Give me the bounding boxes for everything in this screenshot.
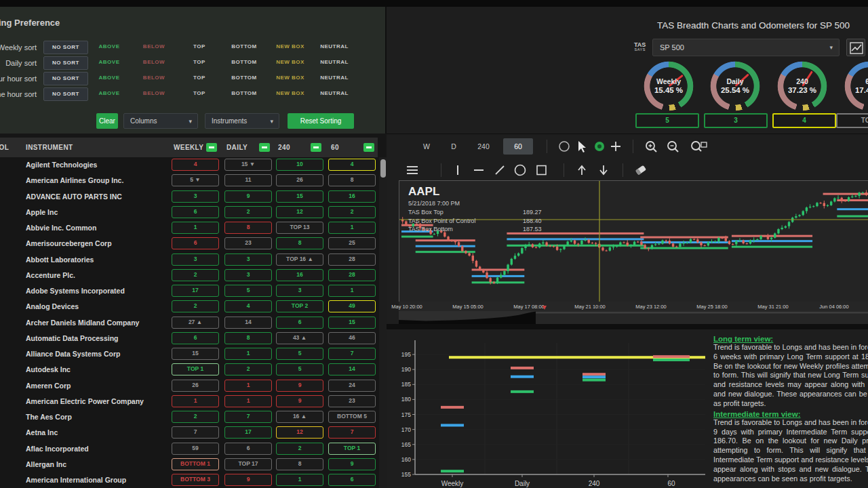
sort-option-below[interactable]: BELOW: [143, 90, 165, 96]
timeframe-button-d[interactable]: D: [445, 138, 462, 155]
rank-cell[interactable]: 26: [172, 380, 219, 392]
rank-cell[interactable]: TOP 17: [224, 458, 272, 470]
rank-cell[interactable]: 1: [328, 222, 376, 234]
sort-toggle-icon[interactable]: [363, 143, 374, 152]
rank-cell[interactable]: 9: [276, 380, 323, 392]
breadth-counter[interactable]: TOP: [836, 113, 868, 128]
sort-option-below[interactable]: BELOW: [143, 75, 165, 81]
rank-cell[interactable]: 26: [276, 174, 323, 186]
rank-cell[interactable]: 25: [328, 237, 376, 249]
columns-dropdown[interactable]: Columns ▾: [123, 113, 198, 129]
timeframe-header-weekly[interactable]: WEEKLY: [174, 144, 203, 151]
rank-cell[interactable]: 10: [276, 159, 323, 171]
rank-cell[interactable]: 9: [224, 190, 272, 203]
sort-option-top[interactable]: TOP: [193, 90, 205, 96]
reset-sorting-button[interactable]: Reset Sorting: [288, 113, 354, 129]
rank-cell[interactable]: TOP 2: [276, 300, 323, 312]
rank-cell[interactable]: 7: [328, 348, 376, 360]
rank-cell[interactable]: 3: [172, 253, 219, 266]
symbol-column-header[interactable]: SYMBOL: [0, 144, 9, 151]
rank-cell[interactable]: 3: [172, 190, 219, 203]
breadth-counter[interactable]: 5: [635, 113, 699, 128]
sort-option-bottom[interactable]: BOTTOM: [231, 90, 257, 96]
breadth-counter[interactable]: 4: [772, 113, 836, 128]
menu-icon[interactable]: [404, 162, 420, 178]
trendline-icon[interactable]: [492, 162, 508, 178]
sort-toggle-icon[interactable]: [259, 143, 270, 152]
rank-cell[interactable]: 1: [328, 285, 376, 297]
clear-button[interactable]: Clear: [96, 113, 118, 129]
rank-cell[interactable]: 6: [172, 332, 219, 344]
rank-cell[interactable]: 23: [224, 237, 272, 249]
sort-option-below[interactable]: BELOW: [143, 43, 165, 49]
sort-toggle-icon[interactable]: [206, 143, 217, 152]
record-dot-icon[interactable]: [591, 138, 608, 155]
rank-cell[interactable]: 6: [172, 237, 219, 249]
timeframe-button-w[interactable]: W: [416, 138, 437, 155]
rank-cell[interactable]: 2: [328, 206, 376, 218]
arrow-down-icon[interactable]: [595, 162, 612, 178]
rank-cell[interactable]: 9: [276, 395, 323, 407]
rank-cell[interactable]: 15 ▼: [224, 159, 272, 171]
rank-cell[interactable]: 11: [224, 174, 272, 186]
rank-cell[interactable]: 4: [328, 159, 376, 171]
timeframe-header-60[interactable]: 60: [331, 144, 339, 151]
no-sort-button[interactable]: NO SORT: [43, 72, 88, 85]
rank-cell[interactable]: TOP 13: [276, 222, 323, 234]
rank-cell[interactable]: 9: [224, 474, 272, 486]
rank-cell[interactable]: 1: [172, 395, 219, 407]
rank-cell[interactable]: 15: [172, 348, 219, 360]
rank-cell[interactable]: 16: [276, 269, 323, 281]
rank-cell[interactable]: 5: [224, 285, 272, 297]
timeframe-header-240[interactable]: 240: [278, 144, 290, 151]
timeframe-header-daily[interactable]: DAILY: [226, 144, 248, 151]
no-sort-button[interactable]: NO SORT: [43, 41, 88, 54]
rectangle-icon[interactable]: [534, 162, 550, 178]
sort-option-above[interactable]: ABOVE: [99, 75, 120, 81]
sort-option-neutral[interactable]: NEUTRAL: [320, 43, 349, 49]
sort-option-top[interactable]: TOP: [193, 75, 205, 81]
rank-cell[interactable]: 2: [224, 206, 272, 218]
eraser-icon[interactable]: [633, 162, 649, 178]
table-scrollbar[interactable]: [379, 157, 387, 488]
rank-cell[interactable]: 59: [172, 443, 219, 455]
rank-cell[interactable]: 8: [224, 332, 272, 344]
rank-cell[interactable]: 6: [224, 443, 272, 455]
rank-cell[interactable]: 6: [276, 317, 323, 329]
sort-option-new-box[interactable]: NEW BOX: [276, 59, 304, 65]
timeframe-button-240[interactable]: 240: [469, 138, 498, 155]
rank-cell[interactable]: 7: [224, 411, 272, 423]
rank-cell[interactable]: 16: [328, 190, 376, 203]
rank-cell[interactable]: 8: [224, 222, 272, 234]
instruments-dropdown[interactable]: Instruments ▾: [205, 113, 279, 129]
rank-cell[interactable]: 5: [276, 348, 323, 360]
sort-option-bottom[interactable]: BOTTOM: [231, 43, 257, 49]
hline-icon[interactable]: [471, 162, 487, 178]
sort-option-above[interactable]: ABOVE: [99, 59, 120, 65]
breadth-counter[interactable]: 3: [704, 113, 768, 128]
rank-cell[interactable]: TOP 1: [328, 443, 376, 455]
rank-cell[interactable]: 5 ▼: [172, 174, 219, 186]
plus-icon[interactable]: [608, 138, 624, 155]
rank-cell[interactable]: 1: [224, 380, 272, 392]
rank-cell[interactable]: 15: [328, 317, 376, 329]
rank-cell[interactable]: 1: [172, 222, 219, 234]
sort-option-new-box[interactable]: NEW BOX: [276, 43, 304, 49]
rank-cell[interactable]: 3: [224, 269, 272, 281]
rank-cell[interactable]: 8: [276, 458, 323, 470]
rank-cell[interactable]: 12: [276, 426, 323, 439]
rank-cell[interactable]: TOP 1: [172, 363, 219, 375]
sort-option-neutral[interactable]: NEUTRAL: [320, 75, 349, 81]
rank-cell[interactable]: 14: [224, 317, 272, 329]
rank-cell[interactable]: 1: [224, 348, 272, 360]
rank-cell[interactable]: 15: [276, 190, 323, 203]
rank-cell[interactable]: 1: [276, 474, 323, 486]
rank-cell[interactable]: 8: [276, 237, 323, 249]
zoom-in-icon[interactable]: [643, 138, 659, 155]
rank-cell[interactable]: 23: [328, 395, 376, 407]
rank-cell[interactable]: 6: [172, 206, 219, 218]
rank-cell[interactable]: 16 ▲: [276, 411, 323, 423]
circle-cursor-icon[interactable]: [556, 138, 572, 155]
rank-cell[interactable]: 3: [276, 285, 323, 297]
rank-cell[interactable]: 4: [172, 159, 219, 171]
